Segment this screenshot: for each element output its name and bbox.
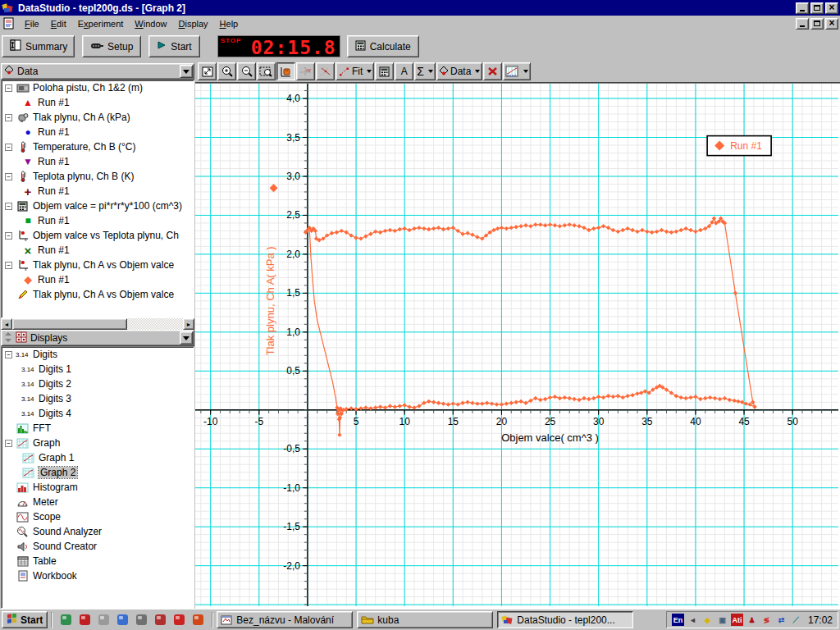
displays-tree-item[interactable]: 3.14Digits 4 bbox=[2, 406, 194, 421]
tray-diamond-icon[interactable]: ◆ bbox=[701, 614, 714, 626]
tray-sync-icon[interactable]: ⇄ bbox=[775, 614, 788, 626]
delta-tool-button[interactable]: xy bbox=[296, 62, 315, 80]
data-tree-item[interactable]: −Tlak plynu, Ch A (kPa) bbox=[2, 110, 194, 125]
displays-tree-item[interactable]: Graph 2 bbox=[2, 465, 194, 480]
menu-experiment[interactable]: Experiment bbox=[72, 17, 130, 30]
tray-scheduler-icon[interactable]: ▣ bbox=[716, 614, 728, 626]
document-icon[interactable] bbox=[2, 17, 16, 30]
quicklaunch-2-icon[interactable] bbox=[78, 613, 92, 627]
smart-tool-button[interactable] bbox=[276, 62, 295, 80]
displays-panel-dropdown[interactable] bbox=[180, 331, 193, 345]
graph-canvas[interactable]: -10-551015202530354045504,03,53,02,52,01… bbox=[195, 84, 838, 606]
dropdown-arrow-icon[interactable] bbox=[475, 70, 480, 73]
mdi-restore-button[interactable] bbox=[810, 18, 824, 30]
dropdown-arrow-icon[interactable] bbox=[523, 70, 528, 73]
data-tree-item[interactable]: +Run #1 bbox=[2, 184, 194, 199]
quicklaunch-8-icon[interactable] bbox=[191, 613, 205, 627]
displays-tree-item[interactable]: Sound Creator bbox=[2, 539, 194, 554]
volume-icon[interactable]: ◄ bbox=[687, 614, 699, 626]
quicklaunch-6-icon[interactable] bbox=[153, 613, 167, 627]
displays-tree-item[interactable]: FFT bbox=[2, 421, 194, 436]
displays-tree-item[interactable]: −Graph bbox=[2, 436, 194, 450]
close-button[interactable]: × bbox=[825, 2, 838, 14]
data-panel-dropdown[interactable] bbox=[180, 65, 193, 78]
tree-expander[interactable]: − bbox=[5, 173, 12, 180]
tree-expander[interactable]: − bbox=[5, 440, 12, 447]
displays-tree-item[interactable]: Histogram bbox=[2, 480, 194, 495]
tree-expander[interactable]: − bbox=[5, 232, 12, 240]
text-annotation-button[interactable]: A bbox=[395, 62, 413, 80]
start-menu-button[interactable]: Start bbox=[2, 611, 48, 628]
tray-ati-icon[interactable]: Ati bbox=[731, 614, 743, 626]
displays-tree-item[interactable]: Sound Analyzer bbox=[2, 524, 194, 539]
tray-agent-icon[interactable]: ♟ bbox=[746, 614, 758, 626]
quicklaunch-3-icon[interactable] bbox=[97, 613, 111, 627]
data-tree-item[interactable]: Tlak plynu, Ch A vs Objem valce bbox=[2, 287, 194, 302]
graph-plot-area[interactable]: -10-551015202530354045504,03,53,02,52,01… bbox=[195, 83, 840, 609]
menu-display[interactable]: Display bbox=[173, 17, 214, 30]
start-button[interactable]: Start bbox=[148, 35, 199, 57]
menu-file[interactable]: File bbox=[19, 17, 45, 30]
menu-edit[interactable]: Edit bbox=[45, 17, 72, 30]
data-tree-item[interactable]: −yxTlak plynu, Ch A vs Objem valce bbox=[2, 258, 194, 272]
tree-expander[interactable]: − bbox=[5, 262, 12, 269]
tree-expander[interactable]: − bbox=[5, 203, 12, 210]
data-tree-item[interactable]: ×Run #1 bbox=[2, 243, 194, 258]
dropdown-arrow-icon[interactable] bbox=[367, 70, 372, 73]
setup-button[interactable]: Setup bbox=[82, 35, 141, 57]
data-tree-item[interactable]: −Objem valce = pi*r*r*y*100 (cm^3) bbox=[2, 199, 194, 213]
tree-expander[interactable]: − bbox=[5, 114, 12, 121]
mdi-close-button[interactable]: × bbox=[825, 18, 838, 30]
slope-tool-button[interactable] bbox=[316, 62, 335, 80]
menu-window[interactable]: Window bbox=[129, 17, 172, 30]
quicklaunch-7-icon[interactable] bbox=[172, 613, 186, 627]
mdi-minimize-button[interactable] bbox=[796, 18, 809, 30]
quicklaunch-1-icon[interactable] bbox=[59, 613, 73, 627]
task-paint[interactable]: Bez_názvu - Malování bbox=[217, 611, 353, 628]
data-tree-item[interactable]: ●Run #1 bbox=[2, 125, 194, 139]
data-tree-item[interactable]: ■Run #1 bbox=[2, 213, 194, 228]
data-panel-header[interactable]: Data bbox=[1, 63, 194, 80]
data-tree-item[interactable]: −Teplota plynu, Ch B (K) bbox=[2, 169, 194, 184]
zoom-in-button[interactable] bbox=[217, 62, 236, 80]
tree-expander[interactable]: − bbox=[5, 144, 12, 151]
quicklaunch-4-icon[interactable] bbox=[116, 613, 130, 627]
calculate-button[interactable]: Calculate bbox=[347, 35, 419, 57]
menu-help[interactable]: Help bbox=[214, 17, 244, 30]
tray-pen-icon[interactable]: ／ bbox=[790, 614, 802, 626]
input-indicator-icon[interactable]: En bbox=[672, 614, 684, 626]
displays-tree-item[interactable]: −3.14Digits bbox=[2, 347, 194, 362]
delete-button[interactable] bbox=[483, 62, 502, 80]
tray-power-icon[interactable]: ≶ bbox=[760, 614, 773, 626]
tree-expander[interactable]: − bbox=[5, 351, 12, 358]
displays-tree-item[interactable]: Graph 1 bbox=[2, 450, 194, 465]
graph-settings-button[interactable] bbox=[503, 62, 531, 80]
data-tree-item[interactable]: ▲Run #1 bbox=[2, 95, 194, 110]
quicklaunch-5-icon[interactable] bbox=[135, 613, 148, 627]
data-tree-item[interactable]: −yxObjem valce vs Teplota plynu, Ch bbox=[2, 228, 194, 243]
data-tree-item[interactable]: ◆Run #1 bbox=[2, 272, 194, 287]
data-tree-item[interactable]: ▼Run #1 bbox=[2, 154, 194, 169]
scroll-left-arrow[interactable]: ◄ bbox=[1, 318, 12, 330]
task-folder[interactable]: kuba bbox=[357, 611, 493, 628]
minimize-button[interactable] bbox=[796, 2, 809, 14]
displays-tree-item[interactable]: 3.14Digits 3 bbox=[2, 391, 194, 406]
statistics-button[interactable]: Σ bbox=[414, 62, 436, 80]
fit-button[interactable]: Fit bbox=[336, 62, 374, 80]
task-datastudio[interactable]: DataStudio - tepl200... bbox=[497, 611, 633, 628]
data-tree-hscrollbar[interactable]: ◄ ► bbox=[1, 318, 194, 330]
data-tree-item[interactable]: −Temperature, Ch B (°C) bbox=[2, 139, 194, 154]
scroll-right-arrow[interactable]: ► bbox=[183, 318, 194, 330]
data-button[interactable]: Data bbox=[436, 62, 482, 80]
zoom-select-button[interactable] bbox=[257, 62, 276, 80]
summary-button[interactable]: Summary bbox=[2, 35, 75, 57]
displays-tree-item[interactable]: 3.14Digits 1 bbox=[2, 362, 194, 377]
displays-panel-header[interactable]: Displays bbox=[1, 330, 194, 346]
displays-tree-item[interactable]: 3.14Digits 2 bbox=[2, 377, 194, 391]
restore-button[interactable] bbox=[810, 2, 824, 14]
displays-tree-item[interactable]: Meter bbox=[2, 495, 194, 509]
displays-tree-item[interactable]: Table bbox=[2, 554, 194, 568]
scrollbar-thumb[interactable] bbox=[12, 318, 127, 330]
data-tree-item[interactable]: −Poloha pistu, Ch 1&2 (m) bbox=[2, 80, 194, 95]
displays-tree-item[interactable]: Workbook bbox=[2, 568, 194, 583]
